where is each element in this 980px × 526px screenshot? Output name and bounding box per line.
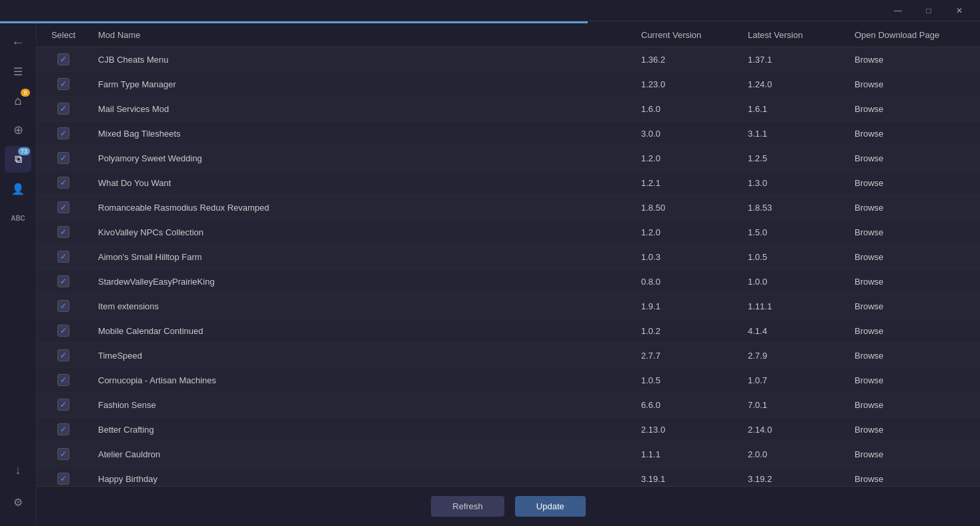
sidebar-item-users[interactable]: 👤 <box>5 175 31 202</box>
row-checkbox[interactable] <box>57 448 69 460</box>
table-row: Better Crafting2.13.02.14.0Browse <box>37 417 980 442</box>
mod-name: Cornucopia - Artisan Machines <box>90 368 633 393</box>
mod-name: Fashion Sense <box>90 393 633 417</box>
current-version: 6.6.0 <box>633 393 740 417</box>
mod-table-container[interactable]: Select Mod Name Current Version Latest V… <box>37 23 980 486</box>
row-checkbox[interactable] <box>57 473 69 485</box>
latest-version: 1.0.0 <box>740 269 847 294</box>
mod-name: Better Crafting <box>90 417 633 442</box>
browse-link[interactable]: Browse <box>855 178 883 188</box>
col-latest-version: Latest Version <box>740 23 847 47</box>
mod-name: TimeSpeed <box>90 343 633 368</box>
row-checkbox[interactable] <box>57 103 69 115</box>
current-version: 1.9.1 <box>633 294 740 319</box>
update-button[interactable]: Update <box>515 496 586 517</box>
row-checkbox[interactable] <box>57 275 69 287</box>
table-row: Aimon's Small Hilltop Farm1.0.31.0.5Brow… <box>37 245 980 269</box>
col-current-version: Current Version <box>633 23 740 47</box>
current-version: 3.19.1 <box>633 467 740 487</box>
browse-link[interactable]: Browse <box>855 252 883 262</box>
row-checkbox[interactable] <box>57 226 69 238</box>
sidebar-item-hamburger[interactable]: ☰ <box>5 58 31 85</box>
table-row: Item extensions1.9.11.11.1Browse <box>37 294 980 319</box>
row-checkbox[interactable] <box>57 78 69 90</box>
table-row: KivoValley NPCs Collection1.2.01.5.0Brow… <box>37 220 980 245</box>
row-checkbox[interactable] <box>57 201 69 213</box>
row-checkbox[interactable] <box>57 152 69 164</box>
table-row: What Do You Want1.2.11.3.0Browse <box>37 171 980 195</box>
table-row: Romanceable Rasmodius Redux Revamped1.8.… <box>37 195 980 220</box>
browse-link[interactable]: Browse <box>855 153 883 163</box>
latest-version: 1.8.53 <box>740 195 847 220</box>
browse-link[interactable]: Browse <box>855 129 883 139</box>
mod-name: Romanceable Rasmodius Redux Revamped <box>90 195 633 220</box>
current-version: 1.0.5 <box>633 368 740 393</box>
latest-version: 3.19.2 <box>740 467 847 487</box>
row-checkbox[interactable] <box>57 177 69 189</box>
browse-link[interactable]: Browse <box>855 474 883 484</box>
mod-name: Aimon's Small Hilltop Farm <box>90 245 633 269</box>
minimize-button[interactable]: — <box>883 0 913 21</box>
sidebar-item-mods[interactable]: ⧉ 73 <box>5 146 31 173</box>
row-checkbox[interactable] <box>57 53 69 65</box>
latest-version: 3.1.1 <box>740 121 847 146</box>
sidebar-item-back[interactable]: ← <box>5 29 31 55</box>
col-download-page: Open Download Page <box>847 23 980 47</box>
row-checkbox[interactable] <box>57 399 69 411</box>
refresh-button[interactable]: Refresh <box>431 496 504 517</box>
latest-version: 1.0.5 <box>740 245 847 269</box>
mod-name: Item extensions <box>90 294 633 319</box>
browse-link[interactable]: Browse <box>855 425 883 435</box>
sidebar-item-abc[interactable]: ABC <box>5 205 31 231</box>
mod-table: Select Mod Name Current Version Latest V… <box>37 23 980 486</box>
row-checkbox[interactable] <box>57 127 69 139</box>
latest-version: 2.7.9 <box>740 343 847 368</box>
sidebar-item-globe[interactable]: ⊕ <box>5 117 31 143</box>
current-version: 1.2.0 <box>633 220 740 245</box>
sidebar-item-settings[interactable]: ⚙ <box>5 489 31 515</box>
current-version: 3.0.0 <box>633 121 740 146</box>
sidebar: ← ☰ ⌂ 8 ⊕ ⧉ 73 👤 ABC ↓ ⚙ <box>0 23 37 526</box>
table-row: Cornucopia - Artisan Machines1.0.51.0.7B… <box>37 368 980 393</box>
sidebar-item-home[interactable]: ⌂ 8 <box>5 87 31 114</box>
browse-link[interactable]: Browse <box>855 400 883 410</box>
col-mod-name: Mod Name <box>90 23 633 47</box>
current-version: 1.1.1 <box>633 442 740 467</box>
current-version: 1.6.0 <box>633 97 740 121</box>
close-button[interactable]: ✕ <box>944 0 975 21</box>
row-checkbox[interactable] <box>57 300 69 312</box>
browse-link[interactable]: Browse <box>855 375 883 385</box>
browse-link[interactable]: Browse <box>855 227 883 237</box>
row-checkbox[interactable] <box>57 251 69 263</box>
mod-name: What Do You Want <box>90 171 633 195</box>
maximize-button[interactable]: □ <box>913 0 944 21</box>
sidebar-item-download[interactable]: ↓ <box>5 457 31 483</box>
row-checkbox[interactable] <box>57 374 69 386</box>
browse-link[interactable]: Browse <box>855 277 883 287</box>
latest-version: 4.1.4 <box>740 319 847 343</box>
browse-link[interactable]: Browse <box>855 301 883 311</box>
mod-name: Happy Birthday <box>90 467 633 487</box>
browse-link[interactable]: Browse <box>855 449 883 459</box>
latest-version: 1.0.7 <box>740 368 847 393</box>
browse-link[interactable]: Browse <box>855 104 883 114</box>
browse-link[interactable]: Browse <box>855 351 883 361</box>
table-row: Mail Services Mod1.6.01.6.1Browse <box>37 97 980 121</box>
browse-link[interactable]: Browse <box>855 55 883 65</box>
latest-version: 2.0.0 <box>740 442 847 467</box>
latest-version: 2.14.0 <box>740 417 847 442</box>
browse-link[interactable]: Browse <box>855 326 883 336</box>
row-checkbox[interactable] <box>57 349 69 361</box>
titlebar: — □ ✕ <box>0 0 980 21</box>
browse-link[interactable]: Browse <box>855 79 883 89</box>
mod-name: Polyamory Sweet Wedding <box>90 146 633 171</box>
table-row: Mobile Calendar Continued1.0.24.1.4Brows… <box>37 319 980 343</box>
current-version: 1.0.3 <box>633 245 740 269</box>
table-row: Atelier Cauldron1.1.12.0.0Browse <box>37 442 980 467</box>
table-row: Happy Birthday3.19.13.19.2Browse <box>37 467 980 487</box>
browse-link[interactable]: Browse <box>855 203 883 213</box>
mod-name: KivoValley NPCs Collection <box>90 220 633 245</box>
table-row: Polyamory Sweet Wedding1.2.01.2.5Browse <box>37 146 980 171</box>
row-checkbox[interactable] <box>57 423 69 435</box>
row-checkbox[interactable] <box>57 325 69 337</box>
